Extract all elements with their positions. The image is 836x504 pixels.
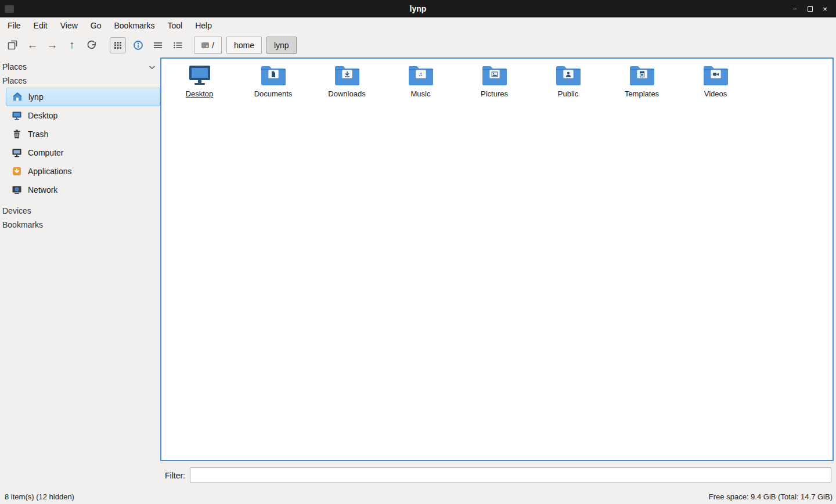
places-pane-title: Places xyxy=(2,62,27,71)
sidebar-item-label: Network xyxy=(28,185,57,195)
titlebar: lynp − × xyxy=(0,0,836,17)
desktop-icon xyxy=(12,110,22,121)
trash-icon xyxy=(12,129,22,139)
status-items-count: 8 item(s) (12 hidden) xyxy=(5,492,74,501)
path-button-lynp[interactable]: lynp xyxy=(266,37,297,54)
refresh-icon xyxy=(86,39,98,51)
restore-icon xyxy=(808,6,813,12)
sidebar-item-lynp[interactable]: lynp xyxy=(6,88,160,106)
restore-button[interactable] xyxy=(802,2,817,16)
desktop-folder-icon xyxy=(186,64,213,87)
file-label: Templates xyxy=(625,89,659,98)
public-emblem-icon xyxy=(563,70,574,78)
file-label: Documents xyxy=(254,89,293,98)
file-label: Videos xyxy=(704,89,727,98)
info-icon xyxy=(132,39,144,51)
drive-icon xyxy=(201,42,209,48)
file-label: Public xyxy=(558,89,578,98)
menu-item-view[interactable]: View xyxy=(54,19,84,32)
folder-view[interactable]: Desktop Documents xyxy=(160,57,834,461)
file-item-templates[interactable]: Templates xyxy=(605,64,679,109)
download-emblem-icon xyxy=(342,70,352,78)
file-label: Music xyxy=(411,89,431,98)
info-button[interactable] xyxy=(129,37,147,54)
home-icon xyxy=(12,92,23,102)
toolbar: ← → ↑ / xyxy=(0,33,836,57)
path-home-label: home xyxy=(234,41,254,50)
sidebar-item-computer[interactable]: Computer xyxy=(6,143,160,162)
statusbar: 8 item(s) (12 hidden) Free space: 9.4 Gi… xyxy=(0,489,836,504)
main-menu-button[interactable] xyxy=(149,37,167,54)
menu-icon xyxy=(153,40,163,51)
sidebar-item-trash[interactable]: Trash xyxy=(6,125,160,143)
sidebar-item-label: Applications xyxy=(28,167,72,176)
new-window-button[interactable] xyxy=(3,37,22,54)
window-title: lynp xyxy=(0,4,836,13)
icon-view-button[interactable] xyxy=(110,37,126,53)
refresh-button[interactable] xyxy=(82,37,101,54)
list-view-button[interactable] xyxy=(168,37,187,54)
music-emblem-icon: ♫ xyxy=(416,70,426,78)
file-item-videos[interactable]: Videos xyxy=(679,64,752,109)
template-emblem-icon xyxy=(637,70,647,78)
sidebar-item-label: Computer xyxy=(28,148,63,157)
close-button[interactable]: × xyxy=(817,2,833,16)
sidebar-item-label: Trash xyxy=(28,129,48,139)
menu-item-go[interactable]: Go xyxy=(84,19,108,32)
list-view-icon xyxy=(172,40,183,51)
content-area: Places Places lynp Desktop xyxy=(0,57,836,461)
applications-icon xyxy=(12,166,22,177)
up-button[interactable]: ↑ xyxy=(63,37,81,54)
path-button-root[interactable]: / xyxy=(194,37,222,54)
path-button-home[interactable]: home xyxy=(226,37,262,54)
sidebar-item-label: Desktop xyxy=(28,111,57,120)
menu-item-help[interactable]: Help xyxy=(189,19,218,32)
menu-item-bookmarks[interactable]: Bookmarks xyxy=(107,19,161,32)
menu-item-file[interactable]: File xyxy=(1,19,27,32)
places-pane-header[interactable]: Places xyxy=(0,60,160,74)
file-item-downloads[interactable]: Downloads xyxy=(310,64,384,109)
new-window-icon xyxy=(7,39,19,51)
sidebar-item-label: lynp xyxy=(28,92,44,102)
minimize-button[interactable]: − xyxy=(787,2,802,16)
up-icon: ↑ xyxy=(69,39,75,52)
sidebar-group-places: Places xyxy=(0,74,160,88)
file-label: Downloads xyxy=(328,89,365,98)
menu-item-tool[interactable]: Tool xyxy=(161,19,189,32)
sidebar-item-network[interactable]: Network xyxy=(6,181,160,199)
icon-grid: Desktop Documents xyxy=(161,59,833,109)
network-icon xyxy=(12,185,22,195)
file-label: Pictures xyxy=(481,89,508,98)
forward-icon: → xyxy=(47,39,58,52)
file-item-desktop[interactable]: Desktop xyxy=(163,64,236,109)
filter-input[interactable] xyxy=(190,467,831,483)
path-lynp-label: lynp xyxy=(274,41,289,50)
app-icon xyxy=(5,5,14,13)
sidebar-group-devices[interactable]: Devices xyxy=(0,204,160,218)
back-icon: ← xyxy=(27,39,38,52)
icon-view-icon xyxy=(114,41,122,49)
filter-label: Filter: xyxy=(165,471,185,480)
back-button[interactable]: ← xyxy=(23,37,42,54)
computer-icon xyxy=(12,147,22,158)
file-item-pictures[interactable]: Pictures xyxy=(457,64,531,109)
file-label: Desktop xyxy=(186,89,214,98)
document-emblem-icon xyxy=(268,70,279,78)
filter-bar: Filter: xyxy=(0,461,836,489)
sidebar-group-bookmarks[interactable]: Bookmarks xyxy=(0,218,160,232)
picture-emblem-icon xyxy=(489,70,500,78)
chevron-down-icon[interactable] xyxy=(149,62,156,71)
forward-button[interactable]: → xyxy=(43,37,62,54)
video-emblem-icon xyxy=(711,70,721,78)
file-item-music[interactable]: ♫ Music xyxy=(384,64,457,109)
status-free-space: Free space: 9.4 GiB (Total: 14.7 GiB) xyxy=(709,492,833,501)
menubar: File Edit View Go Bookmarks Tool Help xyxy=(0,17,836,33)
sidebar-item-applications[interactable]: Applications xyxy=(6,162,160,181)
sidebar-item-desktop[interactable]: Desktop xyxy=(6,106,160,125)
file-item-documents[interactable]: Documents xyxy=(236,64,310,109)
menu-item-edit[interactable]: Edit xyxy=(27,19,54,32)
file-item-public[interactable]: Public xyxy=(531,64,605,109)
path-root-label: / xyxy=(212,41,214,50)
window-controls: − × xyxy=(787,2,836,16)
sidebar: Places Places lynp Desktop xyxy=(0,57,160,461)
